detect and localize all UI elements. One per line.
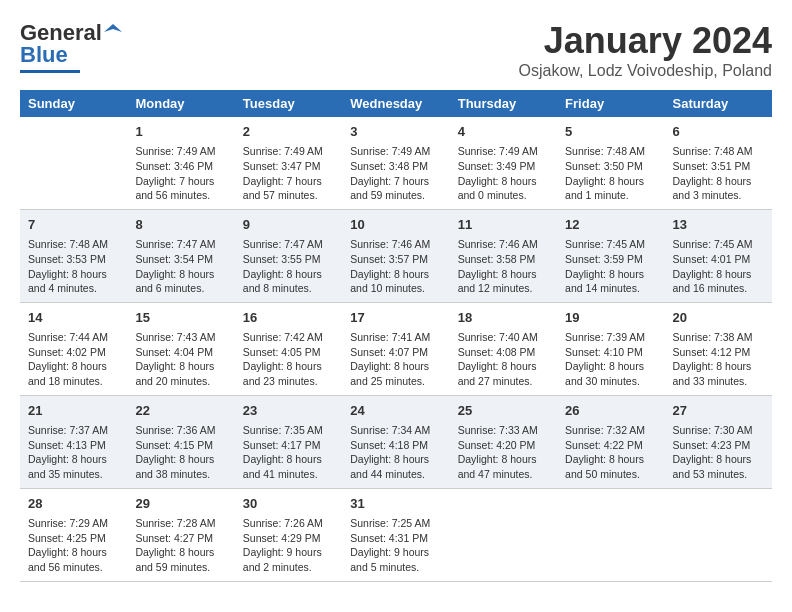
day-info: Sunrise: 7:26 AM Sunset: 4:29 PM Dayligh… xyxy=(243,516,334,575)
day-number: 13 xyxy=(673,216,764,234)
calendar-cell: 1Sunrise: 7:49 AM Sunset: 3:46 PM Daylig… xyxy=(127,117,234,209)
day-info: Sunrise: 7:45 AM Sunset: 4:01 PM Dayligh… xyxy=(673,237,764,296)
calendar-table: Sunday Monday Tuesday Wednesday Thursday… xyxy=(20,90,772,582)
calendar-cell: 10Sunrise: 7:46 AM Sunset: 3:57 PM Dayli… xyxy=(342,209,449,302)
day-info: Sunrise: 7:38 AM Sunset: 4:12 PM Dayligh… xyxy=(673,330,764,389)
day-number: 16 xyxy=(243,309,334,327)
day-info: Sunrise: 7:43 AM Sunset: 4:04 PM Dayligh… xyxy=(135,330,226,389)
day-info: Sunrise: 7:40 AM Sunset: 4:08 PM Dayligh… xyxy=(458,330,549,389)
calendar-cell: 31Sunrise: 7:25 AM Sunset: 4:31 PM Dayli… xyxy=(342,488,449,581)
calendar-cell: 25Sunrise: 7:33 AM Sunset: 4:20 PM Dayli… xyxy=(450,395,557,488)
day-info: Sunrise: 7:46 AM Sunset: 3:58 PM Dayligh… xyxy=(458,237,549,296)
col-wednesday: Wednesday xyxy=(342,90,449,117)
day-info: Sunrise: 7:49 AM Sunset: 3:48 PM Dayligh… xyxy=(350,144,441,203)
day-number: 15 xyxy=(135,309,226,327)
day-number: 28 xyxy=(28,495,119,513)
calendar-title: January 2024 xyxy=(519,20,773,62)
day-info: Sunrise: 7:25 AM Sunset: 4:31 PM Dayligh… xyxy=(350,516,441,575)
svg-marker-0 xyxy=(104,24,122,32)
day-number: 14 xyxy=(28,309,119,327)
day-number: 6 xyxy=(673,123,764,141)
day-number: 17 xyxy=(350,309,441,327)
day-number: 2 xyxy=(243,123,334,141)
col-saturday: Saturday xyxy=(665,90,772,117)
day-info: Sunrise: 7:49 AM Sunset: 3:49 PM Dayligh… xyxy=(458,144,549,203)
day-number: 5 xyxy=(565,123,656,141)
day-number: 8 xyxy=(135,216,226,234)
calendar-cell: 23Sunrise: 7:35 AM Sunset: 4:17 PM Dayli… xyxy=(235,395,342,488)
col-tuesday: Tuesday xyxy=(235,90,342,117)
day-info: Sunrise: 7:33 AM Sunset: 4:20 PM Dayligh… xyxy=(458,423,549,482)
col-monday: Monday xyxy=(127,90,234,117)
day-number: 7 xyxy=(28,216,119,234)
calendar-cell: 27Sunrise: 7:30 AM Sunset: 4:23 PM Dayli… xyxy=(665,395,772,488)
day-number: 10 xyxy=(350,216,441,234)
day-info: Sunrise: 7:45 AM Sunset: 3:59 PM Dayligh… xyxy=(565,237,656,296)
calendar-week-row: 28Sunrise: 7:29 AM Sunset: 4:25 PM Dayli… xyxy=(20,488,772,581)
calendar-cell: 12Sunrise: 7:45 AM Sunset: 3:59 PM Dayli… xyxy=(557,209,664,302)
day-info: Sunrise: 7:49 AM Sunset: 3:47 PM Dayligh… xyxy=(243,144,334,203)
day-info: Sunrise: 7:39 AM Sunset: 4:10 PM Dayligh… xyxy=(565,330,656,389)
col-thursday: Thursday xyxy=(450,90,557,117)
day-info: Sunrise: 7:48 AM Sunset: 3:50 PM Dayligh… xyxy=(565,144,656,203)
calendar-subtitle: Osjakow, Lodz Voivodeship, Poland xyxy=(519,62,773,80)
title-section: January 2024 Osjakow, Lodz Voivodeship, … xyxy=(519,20,773,80)
day-number: 3 xyxy=(350,123,441,141)
calendar-cell: 13Sunrise: 7:45 AM Sunset: 4:01 PM Dayli… xyxy=(665,209,772,302)
day-info: Sunrise: 7:46 AM Sunset: 3:57 PM Dayligh… xyxy=(350,237,441,296)
day-info: Sunrise: 7:30 AM Sunset: 4:23 PM Dayligh… xyxy=(673,423,764,482)
day-number: 18 xyxy=(458,309,549,327)
day-number: 11 xyxy=(458,216,549,234)
day-info: Sunrise: 7:41 AM Sunset: 4:07 PM Dayligh… xyxy=(350,330,441,389)
logo: General Blue xyxy=(20,20,122,73)
day-number: 1 xyxy=(135,123,226,141)
day-info: Sunrise: 7:49 AM Sunset: 3:46 PM Dayligh… xyxy=(135,144,226,203)
day-number: 9 xyxy=(243,216,334,234)
calendar-week-row: 21Sunrise: 7:37 AM Sunset: 4:13 PM Dayli… xyxy=(20,395,772,488)
day-info: Sunrise: 7:32 AM Sunset: 4:22 PM Dayligh… xyxy=(565,423,656,482)
day-info: Sunrise: 7:48 AM Sunset: 3:51 PM Dayligh… xyxy=(673,144,764,203)
calendar-cell: 9Sunrise: 7:47 AM Sunset: 3:55 PM Daylig… xyxy=(235,209,342,302)
day-number: 4 xyxy=(458,123,549,141)
calendar-cell xyxy=(665,488,772,581)
calendar-cell: 17Sunrise: 7:41 AM Sunset: 4:07 PM Dayli… xyxy=(342,302,449,395)
col-friday: Friday xyxy=(557,90,664,117)
calendar-cell: 8Sunrise: 7:47 AM Sunset: 3:54 PM Daylig… xyxy=(127,209,234,302)
day-number: 27 xyxy=(673,402,764,420)
day-number: 29 xyxy=(135,495,226,513)
calendar-cell xyxy=(557,488,664,581)
calendar-cell: 30Sunrise: 7:26 AM Sunset: 4:29 PM Dayli… xyxy=(235,488,342,581)
day-number: 20 xyxy=(673,309,764,327)
calendar-cell: 21Sunrise: 7:37 AM Sunset: 4:13 PM Dayli… xyxy=(20,395,127,488)
calendar-cell: 28Sunrise: 7:29 AM Sunset: 4:25 PM Dayli… xyxy=(20,488,127,581)
day-info: Sunrise: 7:35 AM Sunset: 4:17 PM Dayligh… xyxy=(243,423,334,482)
day-info: Sunrise: 7:28 AM Sunset: 4:27 PM Dayligh… xyxy=(135,516,226,575)
day-info: Sunrise: 7:47 AM Sunset: 3:55 PM Dayligh… xyxy=(243,237,334,296)
day-info: Sunrise: 7:34 AM Sunset: 4:18 PM Dayligh… xyxy=(350,423,441,482)
calendar-cell: 7Sunrise: 7:48 AM Sunset: 3:53 PM Daylig… xyxy=(20,209,127,302)
calendar-week-row: 14Sunrise: 7:44 AM Sunset: 4:02 PM Dayli… xyxy=(20,302,772,395)
calendar-header-row: Sunday Monday Tuesday Wednesday Thursday… xyxy=(20,90,772,117)
calendar-cell: 6Sunrise: 7:48 AM Sunset: 3:51 PM Daylig… xyxy=(665,117,772,209)
day-info: Sunrise: 7:44 AM Sunset: 4:02 PM Dayligh… xyxy=(28,330,119,389)
calendar-cell: 19Sunrise: 7:39 AM Sunset: 4:10 PM Dayli… xyxy=(557,302,664,395)
calendar-cell: 2Sunrise: 7:49 AM Sunset: 3:47 PM Daylig… xyxy=(235,117,342,209)
day-number: 23 xyxy=(243,402,334,420)
calendar-cell: 29Sunrise: 7:28 AM Sunset: 4:27 PM Dayli… xyxy=(127,488,234,581)
day-number: 12 xyxy=(565,216,656,234)
day-number: 22 xyxy=(135,402,226,420)
calendar-week-row: 1Sunrise: 7:49 AM Sunset: 3:46 PM Daylig… xyxy=(20,117,772,209)
day-number: 19 xyxy=(565,309,656,327)
day-info: Sunrise: 7:48 AM Sunset: 3:53 PM Dayligh… xyxy=(28,237,119,296)
page-header: General Blue January 2024 Osjakow, Lodz … xyxy=(20,20,772,80)
day-number: 31 xyxy=(350,495,441,513)
calendar-cell: 14Sunrise: 7:44 AM Sunset: 4:02 PM Dayli… xyxy=(20,302,127,395)
calendar-cell: 11Sunrise: 7:46 AM Sunset: 3:58 PM Dayli… xyxy=(450,209,557,302)
calendar-cell: 20Sunrise: 7:38 AM Sunset: 4:12 PM Dayli… xyxy=(665,302,772,395)
day-number: 25 xyxy=(458,402,549,420)
logo-divider xyxy=(20,70,80,73)
calendar-cell: 18Sunrise: 7:40 AM Sunset: 4:08 PM Dayli… xyxy=(450,302,557,395)
logo-bird-icon xyxy=(104,22,122,40)
day-number: 24 xyxy=(350,402,441,420)
calendar-cell xyxy=(20,117,127,209)
